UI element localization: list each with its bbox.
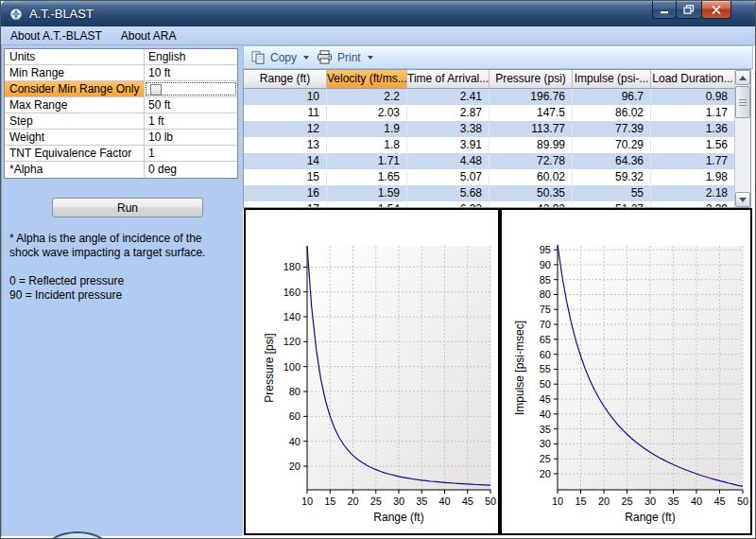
column-header[interactable]: Time of Arrival... bbox=[407, 70, 490, 89]
property-row[interactable]: Max Range50 ft bbox=[5, 97, 237, 113]
close-button[interactable] bbox=[701, 1, 731, 19]
app-icon[interactable] bbox=[9, 7, 24, 22]
table-cell[interactable]: 1.9 bbox=[327, 121, 407, 137]
table-row[interactable]: 102.22.41196.7696.70.98 bbox=[244, 89, 750, 105]
table-cell[interactable]: 3.91 bbox=[407, 137, 490, 153]
menu-about-ara[interactable]: About ARA bbox=[112, 26, 186, 44]
table-cell[interactable]: 1.36 bbox=[651, 121, 735, 137]
table-cell[interactable]: 5.07 bbox=[407, 169, 490, 185]
table-cell[interactable]: 3.38 bbox=[407, 121, 490, 137]
table-cell[interactable]: 10 bbox=[244, 89, 327, 105]
column-header[interactable]: Range (ft) bbox=[244, 70, 327, 89]
table-row[interactable]: 151.655.0760.0259.321.98 bbox=[244, 169, 750, 185]
table-cell[interactable]: 1.98 bbox=[651, 169, 735, 185]
property-row[interactable]: Consider Min Range Only bbox=[5, 81, 237, 97]
table-cell[interactable]: 2.18 bbox=[651, 185, 735, 201]
print-button[interactable]: Print bbox=[317, 50, 373, 64]
table-cell[interactable]: 6.32 bbox=[407, 201, 490, 208]
table-row[interactable]: 121.93.38113.7777.391.36 bbox=[244, 121, 750, 137]
table-cell[interactable]: 16 bbox=[244, 185, 327, 201]
print-dropdown-icon[interactable] bbox=[368, 56, 373, 60]
table-cell[interactable]: 1.59 bbox=[327, 185, 407, 201]
table-cell[interactable]: 2.87 bbox=[407, 105, 490, 121]
table-cell[interactable]: 1.54 bbox=[327, 201, 407, 208]
property-row[interactable]: Step1 ft bbox=[5, 113, 237, 130]
table-cell[interactable]: 147.5 bbox=[490, 105, 573, 121]
property-row[interactable]: *Alpha0 deg bbox=[5, 162, 237, 178]
scrollbar-thumb[interactable] bbox=[735, 86, 750, 118]
property-value[interactable]: 1 ft bbox=[145, 113, 237, 129]
table-row[interactable]: 171.546.3242.9251.272.39 bbox=[244, 201, 750, 208]
table-cell[interactable]: 15 bbox=[244, 169, 327, 185]
column-header[interactable]: Impulse (psi-... bbox=[573, 70, 651, 89]
svg-text:50: 50 bbox=[737, 496, 748, 507]
table-row[interactable]: 131.83.9189.9970.291.56 bbox=[244, 137, 750, 153]
menu-about-atblast[interactable]: About A.T.-BLAST bbox=[1, 26, 112, 44]
property-row[interactable]: Min Range10 ft bbox=[5, 65, 237, 81]
property-value[interactable]: 10 ft bbox=[145, 65, 237, 80]
scroll-up-button[interactable] bbox=[735, 70, 750, 85]
table-scrollbar[interactable] bbox=[734, 70, 750, 207]
table-cell[interactable]: 59.32 bbox=[573, 169, 651, 185]
svg-text:140: 140 bbox=[284, 311, 301, 322]
table-cell[interactable]: 55 bbox=[573, 185, 651, 201]
column-header[interactable]: Load Duration... bbox=[651, 70, 735, 89]
copy-button[interactable]: Copy bbox=[251, 51, 309, 64]
table-cell[interactable]: 14 bbox=[244, 153, 327, 169]
table-cell[interactable]: 0.98 bbox=[651, 89, 735, 105]
table-cell[interactable]: 12 bbox=[244, 121, 327, 137]
table-cell[interactable]: 1.77 bbox=[651, 153, 735, 169]
property-row[interactable]: TNT Equivalence Factor1 bbox=[5, 146, 237, 162]
table-cell[interactable]: 1.56 bbox=[651, 137, 735, 153]
table-cell[interactable]: 96.7 bbox=[573, 89, 651, 105]
copy-dropdown-icon[interactable] bbox=[303, 56, 309, 60]
impulse-chart: 1015202530354045502025303540455055606570… bbox=[500, 208, 752, 535]
table-cell[interactable]: 113.77 bbox=[490, 121, 573, 137]
print-icon bbox=[317, 50, 333, 64]
property-value[interactable]: English bbox=[145, 49, 237, 64]
table-cell[interactable]: 5.68 bbox=[407, 185, 490, 201]
table-cell[interactable]: 1.17 bbox=[651, 105, 735, 121]
property-value[interactable]: 50 ft bbox=[145, 97, 237, 113]
table-cell[interactable]: 2.03 bbox=[327, 105, 407, 121]
property-row[interactable]: Weight10 lb bbox=[5, 130, 237, 146]
table-cell[interactable]: 1.71 bbox=[327, 153, 407, 169]
minimize-button[interactable] bbox=[652, 1, 677, 19]
column-header[interactable]: Velocity (ft/ms... bbox=[327, 70, 407, 89]
table-row[interactable]: 141.714.4872.7864.361.77 bbox=[244, 153, 750, 169]
property-value[interactable]: 1 bbox=[145, 146, 237, 161]
table-cell[interactable]: 50.35 bbox=[490, 185, 573, 201]
table-cell[interactable]: 17 bbox=[244, 201, 327, 208]
scroll-down-button[interactable] bbox=[735, 192, 750, 207]
table-cell[interactable]: 70.29 bbox=[573, 137, 651, 153]
table-cell[interactable]: 196.76 bbox=[490, 89, 573, 105]
table-cell[interactable]: 2.41 bbox=[407, 89, 490, 105]
property-label: Max Range bbox=[5, 97, 145, 113]
table-cell[interactable]: 4.48 bbox=[407, 153, 490, 169]
table-cell[interactable]: 60.02 bbox=[490, 169, 573, 185]
table-cell[interactable]: 11 bbox=[244, 105, 327, 121]
table-cell[interactable]: 89.99 bbox=[490, 137, 573, 153]
svg-text:60: 60 bbox=[289, 410, 301, 422]
property-row[interactable]: UnitsEnglish bbox=[5, 49, 237, 65]
property-value[interactable]: 10 lb bbox=[145, 130, 237, 145]
table-cell[interactable]: 86.02 bbox=[573, 105, 651, 121]
table-cell[interactable]: 51.27 bbox=[573, 201, 651, 208]
table-cell[interactable]: 2.39 bbox=[651, 201, 735, 208]
run-button[interactable]: Run bbox=[52, 198, 203, 217]
table-cell[interactable]: 72.78 bbox=[490, 153, 573, 169]
table-cell[interactable]: 42.92 bbox=[490, 201, 573, 208]
table-row[interactable]: 161.595.6850.35552.18 bbox=[244, 185, 750, 201]
min-range-only-checkbox[interactable] bbox=[150, 84, 162, 96]
table-cell[interactable]: 1.65 bbox=[327, 169, 407, 185]
table-row[interactable]: 112.032.87147.586.021.17 bbox=[244, 105, 750, 121]
restore-button[interactable] bbox=[676, 1, 702, 19]
property-value[interactable] bbox=[145, 81, 237, 96]
property-value[interactable]: 0 deg bbox=[145, 162, 237, 178]
table-cell[interactable]: 77.39 bbox=[573, 121, 651, 137]
table-cell[interactable]: 64.36 bbox=[573, 153, 651, 169]
column-header[interactable]: Pressure (psi) bbox=[490, 70, 573, 89]
table-cell[interactable]: 13 bbox=[244, 137, 327, 153]
table-cell[interactable]: 1.8 bbox=[327, 137, 407, 153]
table-cell[interactable]: 2.2 bbox=[327, 89, 407, 105]
